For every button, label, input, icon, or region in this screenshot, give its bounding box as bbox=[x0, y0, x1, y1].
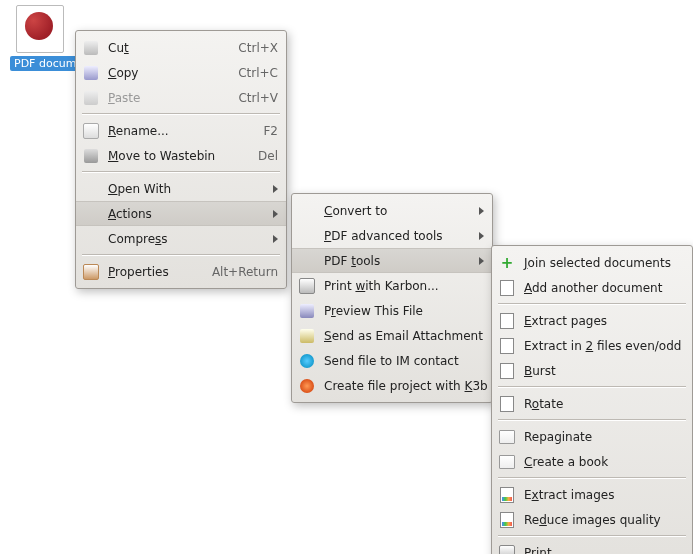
properties-icon bbox=[82, 263, 100, 281]
menu-preview-file[interactable]: Preview This File bbox=[292, 298, 492, 323]
images-reduce-icon bbox=[498, 511, 516, 529]
book-icon bbox=[498, 428, 516, 446]
file-label: PDF docum… bbox=[10, 56, 78, 71]
chat-icon bbox=[298, 352, 316, 370]
desktop-file[interactable]: PDF docum… bbox=[10, 5, 70, 74]
plus-icon: + bbox=[498, 254, 516, 272]
menu-burst[interactable]: Burst bbox=[492, 358, 692, 383]
menu-extract-even-odd[interactable]: Extract in 2 files even/odd bbox=[492, 333, 692, 358]
menu-send-email[interactable]: Send as Email Attachment bbox=[292, 323, 492, 348]
separator bbox=[498, 386, 686, 388]
menu-send-im[interactable]: Send file to IM contact bbox=[292, 348, 492, 373]
rename-icon bbox=[82, 122, 100, 140]
separator bbox=[82, 171, 280, 173]
paste-icon bbox=[82, 89, 100, 107]
menu-actions[interactable]: Actions bbox=[76, 201, 286, 226]
menu-properties[interactable]: PropertiesAlt+Return bbox=[76, 259, 286, 284]
menu-create-book[interactable]: Create a book bbox=[492, 449, 692, 474]
menu-reduce-images[interactable]: Reduce images quality bbox=[492, 507, 692, 532]
menu-compress[interactable]: Compress bbox=[76, 226, 286, 251]
context-menu: CutCtrl+X CopyCtrl+C PasteCtrl+V Rename.… bbox=[75, 30, 287, 289]
printer-icon bbox=[498, 544, 516, 555]
separator bbox=[82, 254, 280, 256]
preview-icon bbox=[298, 302, 316, 320]
menu-join-documents[interactable]: +Join selected documents bbox=[492, 250, 692, 275]
menu-paste: PasteCtrl+V bbox=[76, 85, 286, 110]
separator bbox=[498, 477, 686, 479]
menu-cut[interactable]: CutCtrl+X bbox=[76, 35, 286, 60]
separator bbox=[498, 303, 686, 305]
menu-repaginate[interactable]: Repaginate bbox=[492, 424, 692, 449]
images-icon bbox=[498, 486, 516, 504]
menu-extract-pages[interactable]: Extract pages bbox=[492, 308, 692, 333]
menu-open-with[interactable]: Open With bbox=[76, 176, 286, 201]
menu-print[interactable]: Print bbox=[492, 540, 692, 554]
submenu-arrow-icon bbox=[273, 235, 278, 243]
menu-pdf-tools[interactable]: PDF tools bbox=[292, 248, 492, 273]
menu-convert-to[interactable]: Convert to bbox=[292, 198, 492, 223]
menu-copy[interactable]: CopyCtrl+C bbox=[76, 60, 286, 85]
page-add-icon bbox=[498, 279, 516, 297]
menu-k3b[interactable]: Create file project with K3b bbox=[292, 373, 492, 398]
submenu-arrow-icon bbox=[273, 185, 278, 193]
submenu-arrow-icon bbox=[479, 257, 484, 265]
menu-rotate[interactable]: Rotate bbox=[492, 391, 692, 416]
pdf-file-icon bbox=[16, 5, 64, 53]
printer-icon bbox=[298, 277, 316, 295]
rotate-icon bbox=[498, 395, 516, 413]
mail-icon bbox=[298, 327, 316, 345]
menu-pdf-advanced-tools[interactable]: PDF advanced tools bbox=[292, 223, 492, 248]
submenu-arrow-icon bbox=[479, 207, 484, 215]
book-icon bbox=[498, 453, 516, 471]
separator bbox=[498, 419, 686, 421]
copy-icon bbox=[82, 64, 100, 82]
page-icon bbox=[498, 312, 516, 330]
menu-move-to-wastebin[interactable]: Move to WastebinDel bbox=[76, 143, 286, 168]
trash-icon bbox=[82, 147, 100, 165]
k3b-icon bbox=[298, 377, 316, 395]
pdf-tools-submenu: +Join selected documents Add another doc… bbox=[491, 245, 693, 554]
menu-extract-images[interactable]: Extract images bbox=[492, 482, 692, 507]
menu-rename[interactable]: Rename...F2 bbox=[76, 118, 286, 143]
menu-add-document[interactable]: Add another document bbox=[492, 275, 692, 300]
page-split-icon bbox=[498, 337, 516, 355]
separator bbox=[82, 113, 280, 115]
separator bbox=[498, 535, 686, 537]
cut-icon bbox=[82, 39, 100, 57]
burst-icon bbox=[498, 362, 516, 380]
submenu-arrow-icon bbox=[479, 232, 484, 240]
actions-submenu: Convert to PDF advanced tools PDF tools … bbox=[291, 193, 493, 403]
menu-print-karbon[interactable]: Print with Karbon... bbox=[292, 273, 492, 298]
submenu-arrow-icon bbox=[273, 210, 278, 218]
